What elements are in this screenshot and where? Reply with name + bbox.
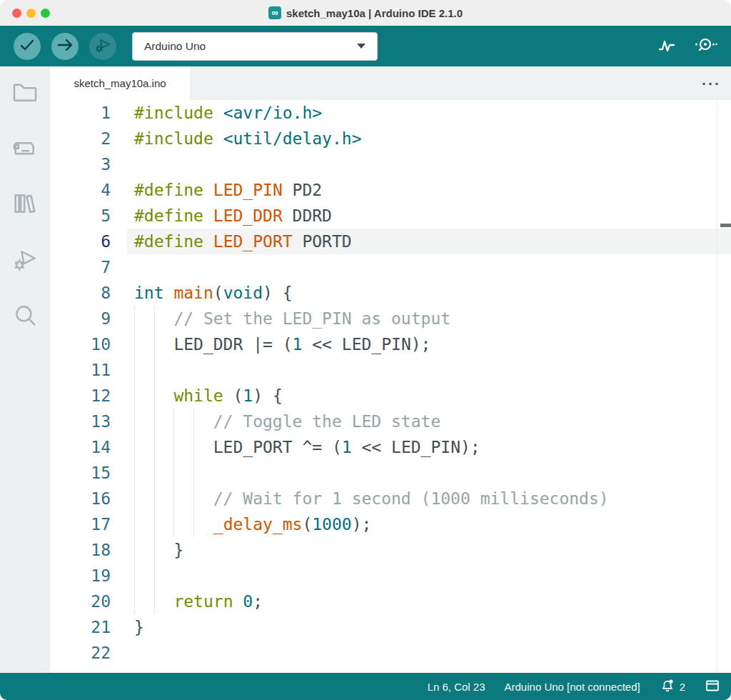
code-line[interactable]: 3 xyxy=(50,151,731,177)
folder-icon xyxy=(11,78,39,109)
indent-guide xyxy=(134,383,135,409)
library-books-icon xyxy=(11,189,39,220)
line-content xyxy=(127,563,731,589)
line-content: return 0; xyxy=(127,589,731,614)
indent-guide xyxy=(134,409,135,434)
board-icon xyxy=(11,134,39,164)
board-selector-value: Arduino Uno xyxy=(144,40,206,53)
line-content: #define LED_PIN PD2 xyxy=(127,177,731,203)
tab-sketch-file[interactable]: sketch_may10a.ino xyxy=(50,66,190,100)
sidebar-item-library-manager[interactable] xyxy=(9,188,41,221)
overview-ruler-cursor-marker xyxy=(720,224,731,227)
board-selector-dropdown[interactable]: Arduino Uno xyxy=(132,32,378,61)
zoom-window-button[interactable] xyxy=(41,9,50,18)
notifications-button[interactable]: 2 xyxy=(660,678,685,696)
serial-monitor-button[interactable] xyxy=(691,32,720,61)
code-line[interactable]: 15 xyxy=(50,460,731,486)
code-line[interactable]: 14 LED_PORT ^= (1 << LED_PIN); xyxy=(50,434,731,460)
code-line[interactable]: 12 while (1) { xyxy=(50,383,731,409)
tab-overflow-menu-button[interactable]: ··· xyxy=(702,66,721,100)
minimize-window-button[interactable] xyxy=(26,9,36,18)
line-number: 10 xyxy=(50,331,127,357)
sidebar-item-search[interactable] xyxy=(9,299,41,332)
line-number: 12 xyxy=(50,383,127,409)
indent-guide xyxy=(134,434,135,460)
line-number: 2 xyxy=(50,126,127,151)
code-line[interactable]: 5#define LED_DDR DDRD xyxy=(50,203,731,229)
arduino-ide-window: ∞ sketch_may10a | Arduino IDE 2.1.0 Ardu… xyxy=(0,0,731,700)
indent-guide xyxy=(134,331,135,357)
code-line[interactable]: 16 // Wait for 1 second (1000 millisecon… xyxy=(50,486,731,511)
window-title-group: ∞ sketch_may10a | Arduino IDE 2.1.0 xyxy=(268,6,463,19)
code-line[interactable]: 21} xyxy=(50,614,731,640)
sidebar-item-sketchbook[interactable] xyxy=(9,76,41,109)
code-editor[interactable]: 1#include <avr/io.h>2#include <util/dela… xyxy=(50,100,731,673)
close-window-button[interactable] xyxy=(12,9,21,18)
code-line[interactable]: 6#define LED_PORT PORTD xyxy=(50,229,731,254)
line-content: // Toggle the LED state xyxy=(127,409,731,434)
activity-sidebar xyxy=(0,66,50,673)
line-number: 17 xyxy=(50,511,127,537)
sidebar-item-boards-manager[interactable] xyxy=(9,132,41,165)
code-line[interactable]: 8int main(void) { xyxy=(50,280,731,306)
code-line[interactable]: 20 return 0; xyxy=(50,589,731,614)
code-line[interactable]: 10 LED_DDR |= (1 << LED_PIN); xyxy=(50,331,731,357)
code-line[interactable]: 11 xyxy=(50,357,731,383)
line-number: 19 xyxy=(50,563,127,589)
line-content: #include <util/delay.h> xyxy=(127,126,731,151)
indent-guide xyxy=(134,511,135,537)
line-content: } xyxy=(127,614,731,640)
indent-guide xyxy=(193,486,194,511)
indent-guide xyxy=(134,589,135,614)
window-title: sketch_may10a | Arduino IDE 2.1.0 xyxy=(286,7,463,19)
indent-guide xyxy=(134,357,135,383)
board-status[interactable]: Arduino Uno [not connected] xyxy=(505,681,640,693)
line-content: LED_DDR |= (1 << LED_PIN); xyxy=(127,331,731,357)
toggle-bottom-panel-button[interactable] xyxy=(705,679,720,695)
line-number: 9 xyxy=(50,306,127,331)
indent-guide xyxy=(134,460,135,486)
editor-column: sketch_may10a.ino ··· 1#include <avr/io.… xyxy=(50,66,731,673)
ellipsis-icon: ··· xyxy=(702,75,721,92)
code-line[interactable]: 13 // Toggle the LED state xyxy=(50,409,731,434)
pulse-wave-icon xyxy=(656,34,677,58)
line-number: 18 xyxy=(50,537,127,563)
verify-button[interactable] xyxy=(14,33,41,60)
code-line[interactable]: 4#define LED_PIN PD2 xyxy=(50,177,731,203)
line-content: // Set the LED_PIN as output xyxy=(127,306,731,331)
indent-guide xyxy=(193,409,194,434)
indent-guide xyxy=(193,434,194,460)
debug-button[interactable] xyxy=(89,33,116,60)
line-content: int main(void) { xyxy=(127,280,731,306)
line-number: 8 xyxy=(50,280,127,306)
indent-guide xyxy=(154,383,155,409)
indent-guide xyxy=(134,306,135,331)
notification-count: 2 xyxy=(680,681,685,693)
line-number: 4 xyxy=(50,177,127,203)
code-line[interactable]: 1#include <avr/io.h> xyxy=(50,100,731,126)
indent-guide xyxy=(134,486,135,511)
indent-guide xyxy=(134,537,135,563)
code-line[interactable]: 18 } xyxy=(50,537,731,563)
overview-ruler-border xyxy=(717,100,717,673)
cursor-position[interactable]: Ln 6, Col 23 xyxy=(428,681,485,693)
indent-guide xyxy=(154,563,155,589)
indent-guide xyxy=(154,460,155,486)
toolbar-right-group xyxy=(652,32,731,61)
code-line[interactable]: 2#include <util/delay.h> xyxy=(50,126,731,151)
code-line[interactable]: 9 // Set the LED_PIN as output xyxy=(50,306,731,331)
code-line[interactable]: 7 xyxy=(50,254,731,280)
code-line[interactable]: 22 xyxy=(50,640,731,666)
code-line[interactable]: 17 _delay_ms(1000); xyxy=(50,511,731,537)
line-content: _delay_ms(1000); xyxy=(127,511,731,537)
search-icon xyxy=(11,301,39,331)
line-number: 5 xyxy=(50,203,127,229)
upload-button[interactable] xyxy=(51,33,79,60)
indent-guide xyxy=(173,434,174,460)
sidebar-item-debug[interactable] xyxy=(9,244,41,276)
line-content: while (1) { xyxy=(127,383,731,409)
line-number: 13 xyxy=(50,409,127,434)
code-line[interactable]: 19 xyxy=(50,563,731,589)
checkmark-icon xyxy=(19,36,36,56)
serial-plotter-button[interactable] xyxy=(652,32,681,61)
